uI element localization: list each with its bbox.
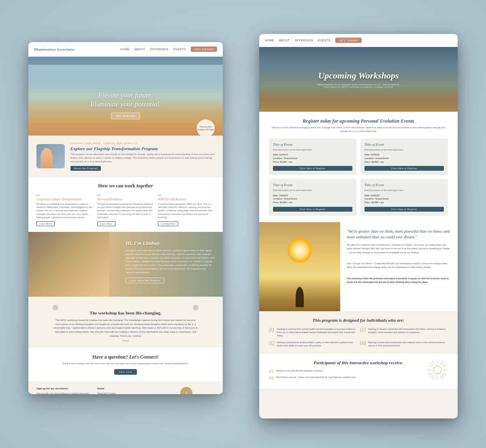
left-hero-line1: Elevate your future. <box>98 91 153 99</box>
left-s2-col3-num: 03 <box>158 194 215 197</box>
left-footer-link1[interactable]: About the Program <box>97 392 116 394</box>
left-s2-col2: 02 Personal Evolution Through personaliz… <box>97 194 154 227</box>
right-participants-title: Participants of this interactive worksho… <box>269 360 448 365</box>
left-s1-image <box>36 144 65 168</box>
left-nav-cta[interactable]: Let's Connect <box>191 47 217 52</box>
left-nav-home[interactable]: HOME <box>120 48 130 51</box>
right-event-4-btn[interactable]: Click Here to Register <box>364 207 444 212</box>
right-event-3-details: Date: 12/31/23 Location: Virtual Event P… <box>273 194 352 204</box>
right-nav-events[interactable]: EVENTS <box>318 39 330 42</box>
left-s2-col2-btn[interactable]: Learn More <box>97 221 115 226</box>
right-designed-grid: 01 Seeking to improve their mental healt… <box>269 327 448 347</box>
left-s2-col3-title: WHOLE Self Retreats <box>158 197 215 202</box>
left-s1-text: Change Your Mind · Create New Results Ex… <box>70 142 215 171</box>
right-hero-text: Upcoming Workshops Meaningfully drive ch… <box>259 47 458 112</box>
svg-line-15 <box>428 373 432 375</box>
right-quote-body1: We often try to improve many of dimensio… <box>347 243 451 255</box>
right-participants-num-1: 01 <box>269 369 274 374</box>
svg-point-0 <box>433 366 441 374</box>
right-designed-item-1: 01 Seeking to improve their mental healt… <box>269 327 357 338</box>
right-register-section: Register today for upcoming Personal Evo… <box>259 112 458 222</box>
right-nav-cta[interactable]: Let's Connect <box>335 38 362 43</box>
right-event-card-2: Title of Event Brief description of the … <box>360 138 448 175</box>
svg-line-13 <box>441 376 442 379</box>
right-event-1-btn[interactable]: Click Here to Register <box>273 166 352 171</box>
right-quote-main: "We're greater than we think, more power… <box>347 229 451 240</box>
right-participants-text-1: Weekly Focus Call with the facilitator t… <box>276 369 323 372</box>
left-footer-links: Home About the Program Corporate Culture… <box>97 387 154 394</box>
right-designed-text-1: Seeking to improve their mental health a… <box>277 327 357 338</box>
right-designed-title: This program is designed for individuals… <box>269 318 448 323</box>
right-event-3-btn[interactable]: Click Here to Register <box>273 207 352 212</box>
right-participants-section: Participants of this interactive worksho… <box>259 354 458 389</box>
left-s2-col1-desc: We focus on reshaping your organization'… <box>36 202 93 219</box>
left-footer: Sign up for my newsletter! Sign up with … <box>28 381 223 394</box>
right-event-2-details: Date: 12/31/23 Location: Virtual Event P… <box>364 153 444 163</box>
left-footer-links-list: About the Program Corporate Culture Tran… <box>97 392 154 394</box>
right-designed-text-2: Feeling constrained by limiting beliefs,… <box>277 341 357 348</box>
left-nav-links: HOME ABOUT OFFERINGS EVENTS Let's Connec… <box>120 47 217 52</box>
right-event-2-btn[interactable]: Click Here to Register <box>364 166 444 171</box>
left-s2-col3-btn[interactable]: Coming Soon <box>158 221 178 226</box>
left-connect-cta[interactable]: Let's Chat <box>114 369 137 375</box>
left-s1-cta[interactable]: About the Program <box>70 166 101 171</box>
left-footer-links-home[interactable]: Home <box>97 387 154 390</box>
right-hero-title: Upcoming Workshops <box>318 70 399 81</box>
right-designed-text-3: Seeking to deepen connection with themse… <box>368 327 448 334</box>
right-participants-num-4: 04 <box>269 376 274 380</box>
svg-line-16 <box>428 365 432 367</box>
left-hero-text: Elevate your future. Illuminate your pot… <box>28 91 223 119</box>
right-participants-item-1: 01 Weekly Focus Call with the facilitato… <box>269 369 448 374</box>
right-nav-links: HOME ABOUT OFFERINGS EVENTS Let's Connec… <box>265 38 362 43</box>
left-test-next[interactable]: › <box>193 305 198 310</box>
right-designed-section: This program is designed for individuals… <box>259 311 458 354</box>
right-nav-offerings[interactable]: OFFERINGS <box>295 39 313 42</box>
right-event-3-title: Title of Event <box>273 183 352 187</box>
left-s2-col1-title: Corporate Culture Transformation <box>36 197 93 202</box>
left-s2-col2-title: Personal Evolution <box>97 197 154 202</box>
right-designed-item-4: 04 Wanting to boost their productivity a… <box>360 341 448 348</box>
svg-line-8 <box>430 374 433 377</box>
left-window: Illumination Associates HOME ABOUT OFFER… <box>28 42 223 394</box>
right-designed-item-2: 02 Feeling constrained by limiting belie… <box>269 341 357 348</box>
left-test-title: The workshop has been life-changing. <box>53 310 198 315</box>
left-nav-events[interactable]: EVENTS <box>173 48 186 51</box>
svg-line-7 <box>442 363 445 365</box>
left-connect-title: Have a question? Let's Connect! <box>45 354 207 360</box>
left-s2-col1-btn[interactable]: Learn More <box>36 221 55 226</box>
left-section-transformation: Change Your Mind · Create New Results Ex… <box>28 136 223 177</box>
right-designed-num-2: 02 <box>269 341 275 346</box>
left-hero-title: Elevate your future. Illuminate your pot… <box>28 91 223 109</box>
right-event-1-title: Title of Event <box>273 142 352 147</box>
left-test-arrows: ‹ › <box>53 305 198 310</box>
right-quote-sun <box>288 238 312 263</box>
right-nav-about[interactable]: ABOUT <box>279 39 290 42</box>
right-event-4-details: Date: 12/31/23 Location: Virtual Event P… <box>364 194 444 204</box>
svg-line-9 <box>433 361 434 364</box>
left-s2-col1: 01 Corporate Culture Transformation We f… <box>36 194 93 227</box>
left-s2-col3-desc: A transformative experience unlike any o… <box>158 202 215 219</box>
left-s1-title: Explore our Flagship Transformation Prog… <box>70 146 215 151</box>
left-nav-about[interactable]: ABOUT <box>134 48 145 51</box>
left-s3-title: Hi, I'm Lindsay. <box>126 240 215 246</box>
left-footer-newsletter-title: Sign up for my newsletter! <box>36 387 93 390</box>
left-hero-cta[interactable]: Get Started <box>111 113 141 119</box>
svg-line-14 <box>433 376 434 379</box>
right-quote-image <box>259 222 340 311</box>
svg-line-11 <box>443 365 447 367</box>
right-nav-home[interactable]: HOME <box>265 39 274 42</box>
left-s2-col1-num: 01 <box>36 194 93 197</box>
right-event-3-desc: Brief description of the event goes here… <box>273 189 352 192</box>
left-nav: Illumination Associates HOME ABOUT OFFER… <box>28 42 223 57</box>
right-register-title: Register today for upcoming Personal Evo… <box>269 118 448 124</box>
right-event-card-1: Title of Event Brief description of the … <box>269 138 356 175</box>
right-event-card-4: Title of Event Brief description of the … <box>360 179 448 216</box>
left-s2-grid: 01 Corporate Culture Transformation We f… <box>36 194 215 227</box>
right-event-card-3: Title of Event Brief description of the … <box>269 179 356 216</box>
left-nav-offerings[interactable]: OFFERINGS <box>150 48 168 51</box>
left-s3-cta[interactable]: Learn About My Program <box>126 278 164 283</box>
left-test-prev[interactable]: ‹ <box>53 305 58 310</box>
svg-line-5 <box>430 363 433 365</box>
desktop-container: Illumination Associates HOME ABOUT OFFER… <box>20 26 466 423</box>
left-footer-newsletter: Sign up for my newsletter! Sign up with … <box>36 387 93 394</box>
